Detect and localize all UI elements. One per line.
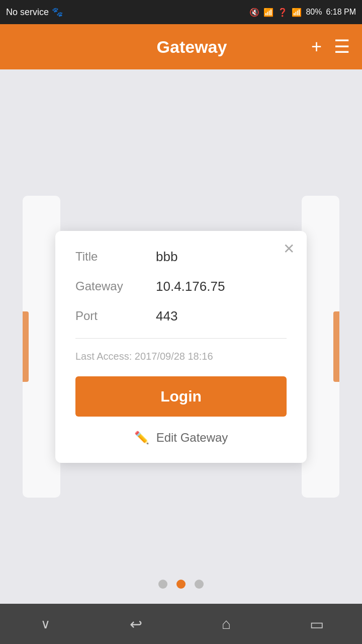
port-row: Port 443 [75,308,287,324]
gateway-label: Gateway [75,279,156,293]
nav-back-button[interactable]: ↩ [116,604,156,644]
divider [75,338,287,339]
nav-down-button[interactable]: ∨ [25,604,65,644]
pagination [0,580,362,589]
toolbar-title: Gateway [72,37,311,57]
wifi-icon: 📶 [263,8,274,17]
carrier-icon: 🐾 [52,7,63,18]
last-access-row: Last Access: 2017/09/28 18:16 [75,351,287,362]
login-button[interactable]: Login [75,376,287,417]
cards-container: ✕ Title bbb Gateway 10.4.176.75 Port 443… [0,69,362,604]
status-right-icons: 🔇 📶 ❓ 📶 80% 6:18 PM [249,8,356,17]
dot-1[interactable] [158,580,167,589]
last-access-value: 2017/09/28 18:16 [135,351,213,362]
mute-icon: 🔇 [249,8,259,17]
toolbar-actions: + ☰ [311,38,350,56]
edit-gateway-row[interactable]: ✏️ Edit Gateway [75,431,287,445]
card-left-bar [23,311,29,382]
status-bar: No service 🐾 🔇 📶 ❓ 📶 80% 6:18 PM [0,0,362,24]
port-value: 443 [156,308,177,324]
add-button[interactable]: + [311,38,322,56]
dot-3[interactable] [195,580,204,589]
main-content: ✕ Title bbb Gateway 10.4.176.75 Port 443… [0,69,362,604]
card-right [302,196,339,498]
nav-home-icon: ⌂ [222,615,231,632]
time-text: 6:18 PM [326,8,356,17]
dialog-card: ✕ Title bbb Gateway 10.4.176.75 Port 443… [55,231,307,463]
nav-down-icon: ∨ [41,616,50,632]
nav-recent-button[interactable]: ▭ [297,604,337,644]
title-row: Title bbb [75,249,287,265]
carrier-info: No service 🐾 [6,7,63,18]
title-value: bbb [156,249,177,265]
edit-icon: ✏️ [134,431,149,445]
nav-bar: ∨ ↩ ⌂ ▭ [0,604,362,644]
gateway-value: 10.4.176.75 [156,279,225,294]
last-access-label: Last Access: [75,351,132,362]
nav-recent-icon: ▭ [310,615,324,633]
toolbar: Gateway + ☰ [0,24,362,69]
gateway-row: Gateway 10.4.176.75 [75,279,287,294]
dot-2[interactable] [176,580,186,589]
nav-back-icon: ↩ [130,615,142,633]
port-label: Port [75,309,156,323]
signal-icon: 📶 [292,8,302,17]
edit-gateway-label: Edit Gateway [156,431,228,445]
title-label: Title [75,250,156,264]
help-icon: ❓ [278,8,288,17]
card-left [23,196,60,498]
close-button[interactable]: ✕ [280,240,298,258]
menu-button[interactable]: ☰ [334,38,350,56]
card-right-bar [333,311,339,382]
nav-home-button[interactable]: ⌂ [206,604,246,644]
battery-text: 80% [306,8,322,17]
carrier-text: No service [6,7,49,18]
